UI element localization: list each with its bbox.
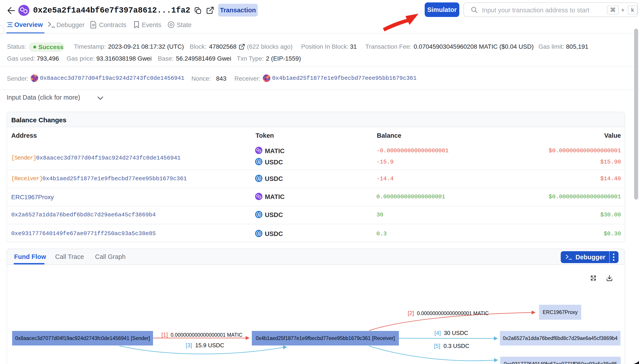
svg-text:$: $ xyxy=(258,231,260,236)
svg-text:$: $ xyxy=(258,160,260,164)
svg-text:$: $ xyxy=(258,176,260,181)
svg-text:$: $ xyxy=(258,212,260,217)
